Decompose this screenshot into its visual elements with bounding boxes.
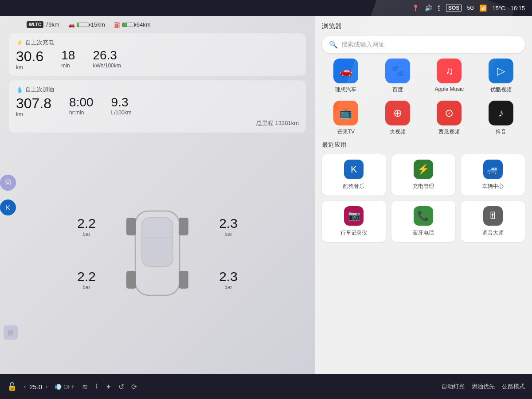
left-panel: 词 K WLTC 79km 🚗 15km ⛽ 64km [0, 16, 315, 374]
app-icon: ♪ [489, 101, 513, 125]
fuel-priority-btn[interactable]: 燃油优先 [472, 383, 495, 391]
time-label: 16:15 [510, 5, 525, 12]
lightning-icon: ⚡ [16, 39, 23, 46]
app-label: Apple Music [435, 86, 464, 92]
droplet-icon: 💧 [16, 86, 23, 93]
app-label: 理想汽车 [335, 86, 356, 94]
signal-bars: 📶 [479, 4, 487, 12]
ci-widget[interactable]: 词 [0, 175, 16, 191]
app-item-理想汽车[interactable]: 🚗 理想汽车 [322, 59, 370, 94]
svg-rect-2 [126, 218, 136, 235]
recent-item-充电管理[interactable]: ⚡ 充电管理 [391, 154, 456, 196]
grid-icon[interactable]: ⊞ [4, 325, 18, 340]
electric-range: 🚗 15km [68, 21, 105, 28]
right-panel: 浏览器 🔍 搜索或输入网址 🚗 理想汽车 🐾 百度 ♫ Apple Music … [315, 16, 532, 374]
app-icon: ⊙ [437, 101, 462, 125]
search-placeholder: 搜索或输入网址 [341, 41, 385, 49]
svg-rect-5 [179, 271, 188, 289]
tire-rear-right: 2.3 bar [219, 269, 238, 290]
sync-icon[interactable]: ⟳ [131, 383, 137, 391]
fuel-distance: 307.8 km [16, 96, 51, 117]
app-icon: ♫ [437, 59, 462, 83]
recent-icon: K [344, 160, 364, 179]
bottom-bar: 🔓 ‹ 25.0 › 💨 OFF ≋ ⌇ ✦ ↺ ⟳ 自动灯光 燃油优先 公路模… [0, 374, 532, 399]
recent-icon: ⚡ [414, 160, 433, 179]
recent-section-title: 最近应用 [322, 141, 525, 149]
auto-lights-btn[interactable]: 自动灯光 [442, 383, 465, 391]
app-label: 央视频 [390, 128, 406, 136]
tire-rear-left: 2.2 bar [77, 269, 96, 290]
app-item-西瓜视频[interactable]: ⊙ 西瓜视频 [425, 101, 473, 136]
status-bar: 📍 🔊 ₿ SOS 5G 📶 15°C 16:15 [0, 0, 532, 16]
defrost-rear-icon[interactable]: ⌇ [95, 383, 98, 391]
app-item-百度[interactable]: 🐾 百度 [374, 59, 422, 94]
bottom-left-panel: ⊞ [0, 322, 21, 343]
sos-label: SOS [446, 4, 462, 12]
road-mode-btn[interactable]: 公路模式 [502, 383, 525, 391]
bottom-right-controls: 自动灯光 燃油优先 公路模式 [442, 383, 525, 391]
recent-icon: 📷 [344, 206, 364, 226]
fuel-time: 8:00 hr:min [69, 96, 94, 116]
side-widgets: 词 K [0, 175, 16, 215]
temp-increase[interactable]: › [46, 383, 47, 390]
status-bar-right: 📍 🔊 ₿ SOS 5G 📶 15°C 16:15 [412, 4, 525, 12]
recent-label: 蓝牙电话 [413, 229, 434, 237]
fuel-trip-stats: 307.8 km 8:00 hr:min 9.3 L/100km [16, 96, 299, 117]
temp-decrease[interactable]: ‹ [24, 383, 26, 390]
svg-rect-1 [142, 218, 173, 266]
app-item-抖音[interactable]: ♪ 抖音 [477, 101, 525, 136]
electric-trip-label: ⚡ 自上次充电 [16, 39, 299, 47]
wltc-badge: WLTC 79km [27, 21, 59, 28]
temperature-value: 25.0 [29, 383, 42, 391]
fan-label: OFF [63, 383, 75, 390]
recent-item-车辆中心[interactable]: 🚙 车辆中心 [461, 154, 525, 196]
recirculate-icon[interactable]: ↺ [118, 383, 124, 391]
app-icon: 📺 [333, 101, 358, 125]
recent-item-调音大师[interactable]: 🎚 调音大师 [461, 201, 525, 242]
recent-icon: 🎚 [483, 206, 503, 226]
signal-label: 5G [467, 5, 474, 11]
search-bar[interactable]: 🔍 搜索或输入网址 [322, 36, 525, 53]
electric-distance: 30.6 km [16, 49, 43, 70]
app-icon: ▷ [489, 59, 513, 83]
ac-icon[interactable]: ✦ [106, 383, 111, 391]
app-item-Apple Music[interactable]: ♫ Apple Music [425, 59, 473, 94]
svg-rect-3 [179, 218, 188, 235]
tire-section: 2.2 bar [9, 137, 306, 369]
app-grid: 🚗 理想汽车 🐾 百度 ♫ Apple Music ▷ 优酷视频 📺 芒果TV … [322, 59, 525, 136]
fan-control[interactable]: 💨 OFF [55, 383, 75, 390]
recent-grid: K 酷狗音乐 ⚡ 充电管理 🚙 车辆中心 📷 行车记录仪 📞 蓝牙电话 🎚 调音… [322, 154, 525, 242]
recent-item-行车记录仪[interactable]: 📷 行车记录仪 [322, 201, 386, 242]
volume-icon: 🔊 [425, 4, 432, 12]
app-item-央视频[interactable]: ⊕ 央视频 [374, 101, 422, 136]
recent-label: 酷狗音乐 [343, 183, 364, 190]
app-label: 西瓜视频 [438, 128, 460, 136]
location-icon: 📍 [412, 4, 419, 12]
app-icon: 🐾 [385, 59, 410, 83]
app-label: 百度 [392, 86, 403, 94]
recent-item-蓝牙电话[interactable]: 📞 蓝牙电话 [391, 201, 456, 242]
temperature-control[interactable]: ‹ 25.0 › [24, 383, 47, 391]
tire-front-left: 2.2 bar [77, 216, 96, 237]
app-item-芒果TV[interactable]: 📺 芒果TV [322, 101, 370, 136]
fuel-range: ⛽ 64km [114, 21, 151, 28]
temperature-label: 15°C [492, 5, 505, 12]
app-label: 优酷视频 [490, 86, 512, 94]
fuel-trip-label: 💧 自上次加油 [16, 86, 299, 94]
electric-time: 18 min [61, 49, 75, 69]
recent-icon: 🚙 [483, 160, 503, 179]
k-widget[interactable]: K [0, 200, 16, 215]
electric-trip-section: ⚡ 自上次充电 30.6 km 18 min 26.3 kWh/100km [9, 33, 306, 76]
seat-heat-icon[interactable]: ≋ [82, 383, 88, 391]
svg-rect-4 [126, 271, 136, 289]
car-diagram [122, 202, 193, 304]
browser-title: 浏览器 [322, 22, 525, 31]
fuel-trip-section: 💧 自上次加油 307.8 km 8:00 hr:min 9.3 L/100km [9, 80, 306, 133]
recent-label: 车辆中心 [482, 183, 504, 190]
app-icon: ⊕ [385, 101, 410, 125]
app-item-优酷视频[interactable]: ▷ 优酷视频 [477, 59, 525, 94]
electric-consumption: 26.3 kWh/100km [93, 49, 121, 69]
fan-icon: 💨 [55, 383, 62, 390]
lock-icon[interactable]: 🔓 [7, 382, 17, 391]
recent-item-酷狗音乐[interactable]: K 酷狗音乐 [322, 154, 386, 196]
